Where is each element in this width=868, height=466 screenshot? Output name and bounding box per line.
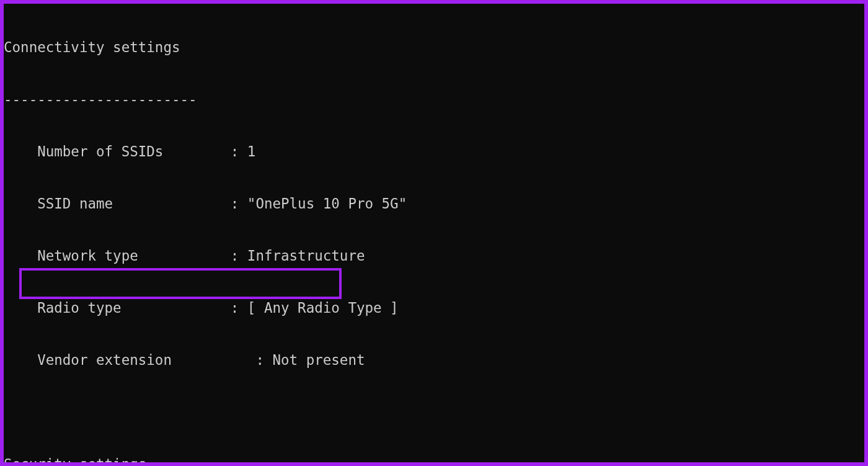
terminal-window[interactable]: Connectivity settings ------------------…	[4, 4, 864, 462]
section-title-security: Security settings	[4, 455, 864, 462]
section-rule: -----------------------	[4, 91, 864, 108]
row-vendor-extension: Vendor extension : Not present	[4, 351, 864, 369]
highlight-rectangle	[19, 268, 342, 299]
row-ssid-name: SSID name : "OnePlus 10 Pro 5G"	[4, 195, 864, 212]
blank-line	[4, 403, 864, 421]
row-network-type: Network type : Infrastructure	[4, 247, 864, 264]
row-radio-type: Radio type : [ Any Radio Type ]	[4, 299, 864, 316]
row-number-of-ssids: Number of SSIDs : 1	[4, 143, 864, 160]
section-title-connectivity: Connectivity settings	[4, 38, 864, 56]
